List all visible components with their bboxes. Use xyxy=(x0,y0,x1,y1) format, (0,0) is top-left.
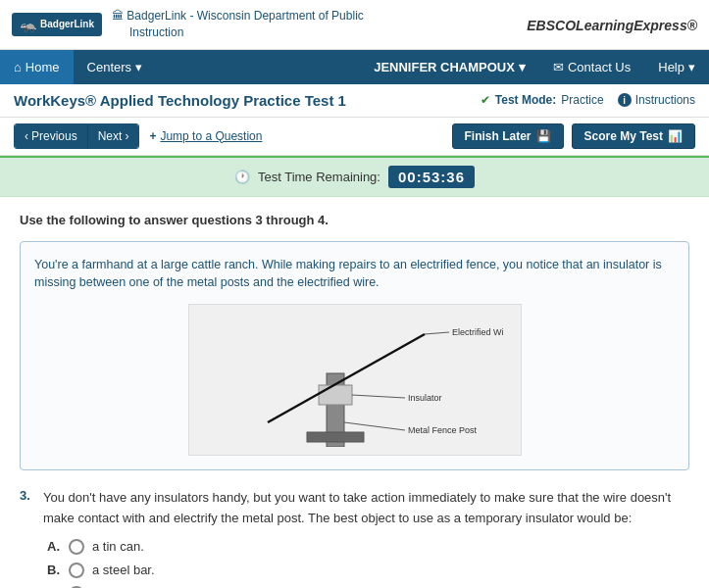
building-icon: 🏛 xyxy=(112,9,124,23)
svg-text:Insulator: Insulator xyxy=(408,393,442,403)
svg-line-4 xyxy=(425,332,449,334)
logo-area: 🦡 BadgerLink 🏛 BadgerLink - Wisconsin De… xyxy=(12,8,364,41)
top-header: 🦡 BadgerLink 🏛 BadgerLink - Wisconsin De… xyxy=(0,0,709,50)
chart-icon: 📊 xyxy=(668,129,683,143)
passage-text: You're a farmhand at a large cattle ranc… xyxy=(34,256,675,293)
nav-help[interactable]: Help ▾ xyxy=(644,50,709,84)
question-3-number: 3. xyxy=(20,488,35,529)
title-bar: WorkKeys® Applied Technology Practice Te… xyxy=(0,84,709,118)
right-arrow-icon: › xyxy=(125,129,128,143)
jump-to-question[interactable]: + Jump to a Question xyxy=(149,124,262,148)
diagram-container: Electrified Wire Insulator Metal Fence P… xyxy=(188,304,522,456)
next-button[interactable]: Next › xyxy=(88,124,139,148)
option-a-letter: A. xyxy=(47,539,61,554)
info-icon: i xyxy=(618,93,632,107)
nav-centers[interactable]: Centers ▾ xyxy=(74,50,157,84)
instructions-link[interactable]: i Instructions xyxy=(618,93,695,107)
nav-contact[interactable]: ✉ Contact Us xyxy=(539,50,644,84)
nav-home[interactable]: ⌂ Home xyxy=(0,50,74,84)
badgerlink-label: BadgerLink xyxy=(40,19,94,29)
option-b-text: a steel bar. xyxy=(92,563,155,577)
controls-right: Finish Later 💾 Score My Test 📊 xyxy=(452,123,696,149)
ebsco-logo: EBSCOLearningExpress® xyxy=(527,13,697,35)
nav-user: JENNIFER CHAMPOUX ▾ xyxy=(360,50,539,84)
page-title: WorkKeys® Applied Technology Practice Te… xyxy=(14,92,346,109)
question-3-block: 3. You don't have any insulators handy, … xyxy=(20,488,689,588)
previous-button[interactable]: ‹ Previous xyxy=(15,124,88,148)
badgerlink-logo: 🦡 BadgerLink xyxy=(12,13,102,36)
help-chevron-icon: ▾ xyxy=(688,60,695,74)
plus-icon: + xyxy=(149,129,156,143)
option-a-text: a tin can. xyxy=(92,539,144,554)
option-a[interactable]: A. a tin can. xyxy=(47,539,689,555)
option-b-letter: B. xyxy=(47,563,61,577)
question-3-row: 3. You don't have any insulators handy, … xyxy=(20,488,689,529)
option-a-radio[interactable] xyxy=(69,539,84,555)
fence-diagram: Electrified Wire Insulator Metal Fence P… xyxy=(209,315,503,447)
clock-icon: 🕐 xyxy=(234,170,250,184)
directions: Use the following to answer questions 3 … xyxy=(20,213,689,227)
option-b[interactable]: B. a steel bar. xyxy=(47,563,689,578)
passage-box: You're a farmhand at a large cattle ranc… xyxy=(20,241,689,471)
score-my-test-button[interactable]: Score My Test 📊 xyxy=(572,123,695,149)
svg-line-6 xyxy=(352,395,405,398)
svg-text:Metal Fence Post: Metal Fence Post xyxy=(408,425,478,435)
title-right: ✔ Test Mode: Practice i Instructions xyxy=(481,93,695,107)
svg-line-3 xyxy=(268,334,425,422)
diagram-area: Electrified Wire Insulator Metal Fence P… xyxy=(34,304,675,456)
envelope-icon: ✉ xyxy=(553,60,564,74)
timer-bar: 🕐 Test Time Remaining: 00:53:36 xyxy=(0,156,709,197)
test-mode: ✔ Test Mode: Practice xyxy=(481,93,604,107)
svg-text:Electrified Wire: Electrified Wire xyxy=(452,327,503,337)
chevron-down-icon: ▾ xyxy=(135,60,142,74)
question-3-text: You don't have any insulators handy, but… xyxy=(43,488,689,529)
user-chevron-icon: ▾ xyxy=(519,60,526,74)
save-icon: 💾 xyxy=(536,129,551,143)
option-b-radio[interactable] xyxy=(69,563,84,578)
content-area: Use the following to answer questions 3 … xyxy=(0,197,709,588)
svg-rect-1 xyxy=(307,432,364,442)
controls-bar: ‹ Previous Next › + Jump to a Question F… xyxy=(0,118,709,156)
bird-icon: 🦡 xyxy=(20,17,36,32)
dept-title: 🏛 BadgerLink - Wisconsin Department of P… xyxy=(112,8,364,41)
nav-bar: ⌂ Home Centers ▾ JENNIFER CHAMPOUX ▾ ✉ C… xyxy=(0,50,709,84)
svg-rect-2 xyxy=(319,385,352,405)
check-icon: ✔ xyxy=(481,93,490,107)
timer-display: 00:53:36 xyxy=(388,166,475,188)
left-arrow-icon: ‹ xyxy=(25,129,28,143)
finish-later-button[interactable]: Finish Later 💾 xyxy=(452,123,564,149)
question-3-options: A. a tin can. B. a steel bar. C. a glass… xyxy=(47,539,689,588)
home-icon: ⌂ xyxy=(14,60,22,74)
svg-line-8 xyxy=(344,422,405,430)
prev-next-group: ‹ Previous Next › xyxy=(14,123,139,149)
